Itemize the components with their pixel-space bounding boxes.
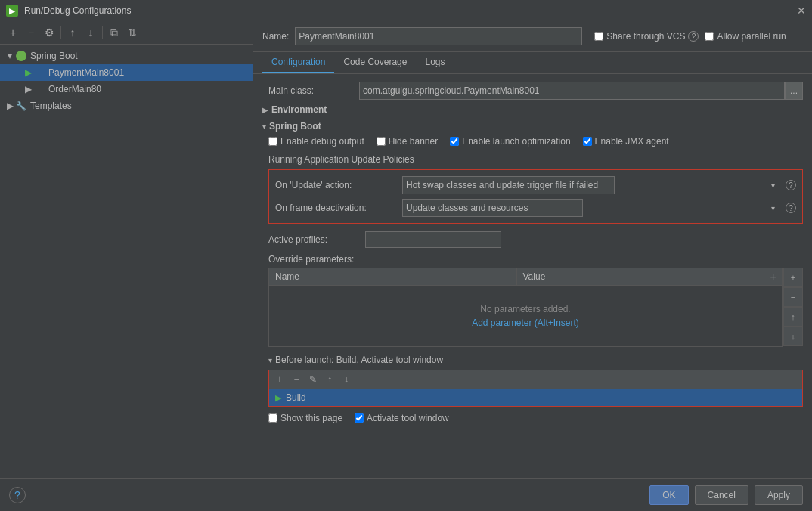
bl-edit-button[interactable]: ✎ <box>305 372 321 387</box>
close-button[interactable]: ✕ <box>797 5 806 17</box>
activate-window-checkbox[interactable]: Activate tool window <box>355 413 449 423</box>
paymentmain-label: PaymentMain8001 <box>48 67 124 78</box>
move-up-button[interactable]: ↑ <box>64 24 81 41</box>
update-action-select[interactable]: Do nothing Update classes and resources … <box>402 176 615 194</box>
main-container: + − ⚙ ↑ ↓ ⧉ ⇅ ▾ Spring Boot <box>0 21 812 511</box>
debug-output-label: Enable debug output <box>280 136 364 147</box>
params-body: No parameters added. Add parameter (Alt+… <box>269 286 782 346</box>
spring-boot-section: ▾ Spring Boot Enable debug output Hide b… <box>262 121 803 224</box>
update-action-select-wrapper: Do nothing Update classes and resources … <box>402 176 779 194</box>
bottom-checkboxes: Show this page Activate tool window <box>262 413 803 423</box>
templates-group-label: Templates <box>30 101 72 111</box>
environment-section-header[interactable]: ▶ Environment <box>262 104 803 115</box>
params-name-header: Name <box>269 268 517 285</box>
share-help-icon[interactable]: ? <box>688 31 699 42</box>
springboot-expand-icon[interactable]: ▾ <box>5 51 15 61</box>
build-label: Build <box>286 392 306 403</box>
tabs-bar: Configuration Code Coverage Logs <box>253 52 812 74</box>
debug-output-checkbox[interactable]: Enable debug output <box>268 136 364 147</box>
frame-deactivation-help-icon[interactable]: ? <box>786 203 796 213</box>
jmx-agent-check[interactable] <box>583 137 592 146</box>
tree-group-springboot[interactable]: ▾ Spring Boot <box>0 48 253 64</box>
parallel-run-checkbox[interactable]: Allow parallel run <box>705 31 786 42</box>
spring-boot-arrow-icon: ▾ <box>262 122 266 131</box>
frame-deactivation-select-wrapper: Do nothing Update classes and resources … <box>402 199 779 217</box>
settings-button[interactable]: ⚙ <box>41 24 57 41</box>
policies-section: Running Application Update Policies On '… <box>262 154 803 224</box>
name-input[interactable] <box>295 27 582 45</box>
launch-optimization-checkbox[interactable]: Enable launch optimization <box>450 136 570 147</box>
before-launch-box: + − ✎ ↑ ↓ ▶ Build <box>268 370 803 407</box>
ok-button[interactable]: OK <box>649 485 688 505</box>
jmx-agent-checkbox[interactable]: Enable JMX agent <box>583 136 669 147</box>
environment-section-title: Environment <box>271 104 327 115</box>
main-class-input[interactable] <box>359 82 785 100</box>
before-launch-item-build[interactable]: ▶ Build <box>269 389 802 406</box>
tree-group-templates[interactable]: ▶ 🔧 Templates <box>0 98 253 114</box>
cancel-button[interactable]: Cancel <box>695 485 748 505</box>
left-panel: + − ⚙ ↑ ↓ ⧉ ⇅ ▾ Spring Boot <box>0 21 253 478</box>
params-side-remove-btn[interactable]: − <box>783 287 803 307</box>
show-page-check[interactable] <box>268 413 277 423</box>
ordermain-run-icon <box>33 83 45 95</box>
params-empty-text: No parameters added. <box>480 304 570 314</box>
launch-optimization-check[interactable] <box>450 137 459 146</box>
main-class-label: Main class: <box>268 85 359 96</box>
params-container: Name Value + No parameters added. Add pa… <box>268 268 803 347</box>
frame-deactivation-row: On frame deactivation: Do nothing Update… <box>275 199 796 217</box>
main-class-browse-button[interactable]: ... <box>785 82 803 100</box>
hide-banner-check[interactable] <box>377 137 386 146</box>
show-page-label: Show this page <box>280 413 342 423</box>
tree-item-ordermain[interactable]: ▶ OrderMain80 <box>0 81 253 98</box>
move-down-button[interactable]: ↓ <box>82 24 99 41</box>
add-config-button[interactable]: + <box>5 24 21 41</box>
apply-button[interactable]: Apply <box>755 485 803 505</box>
params-table-wrapper: Name Value + No parameters added. Add pa… <box>268 268 783 347</box>
share-vcs-check[interactable] <box>594 32 603 41</box>
parallel-run-check[interactable] <box>705 32 714 41</box>
show-page-checkbox[interactable]: Show this page <box>268 413 342 423</box>
active-profiles-input[interactable] <box>365 231 501 248</box>
paymentmain-icon: ▶ <box>23 67 33 78</box>
footer-help-button[interactable]: ? <box>9 487 26 503</box>
params-side-up-btn[interactable]: ↑ <box>783 307 803 327</box>
spring-boot-section-header[interactable]: ▾ Spring Boot <box>262 121 803 132</box>
bl-up-button[interactable]: ↑ <box>322 372 337 387</box>
override-params-section: Override parameters: Name Value + No p <box>262 254 803 347</box>
frame-deactivation-select[interactable]: Do nothing Update classes and resources … <box>402 199 583 217</box>
springboot-group-label: Spring Boot <box>30 51 78 61</box>
params-value-header: Value <box>517 268 764 285</box>
sort-button[interactable]: ⇅ <box>124 24 141 41</box>
environment-arrow-icon: ▶ <box>262 106 268 114</box>
before-launch-header[interactable]: ▾ Before launch: Build, Activate tool wi… <box>268 355 803 365</box>
update-action-help-icon[interactable]: ? <box>786 180 796 190</box>
params-add-link[interactable]: Add parameter (Alt+Insert) <box>472 317 579 328</box>
params-side-buttons: + − ↑ ↓ <box>783 268 803 347</box>
debug-output-check[interactable] <box>268 137 277 146</box>
templates-expand-icon[interactable]: ▶ <box>5 101 15 111</box>
tree-item-paymentmain[interactable]: ▶ PaymentMain8001 <box>0 64 253 81</box>
hide-banner-label: Hide banner <box>389 136 438 147</box>
bl-down-button[interactable]: ↓ <box>339 372 354 387</box>
footer-buttons: OK Cancel Apply <box>649 485 803 505</box>
params-side-down-btn[interactable]: ↓ <box>783 327 803 346</box>
params-add-button[interactable]: + <box>764 268 782 285</box>
copy-button[interactable]: ⧉ <box>106 24 122 41</box>
spring-boot-section-title: Spring Boot <box>269 121 321 132</box>
tab-code-coverage[interactable]: Code Coverage <box>334 52 416 73</box>
remove-config-button[interactable]: − <box>23 24 39 41</box>
share-vcs-checkbox[interactable]: Share through VCS ? <box>594 31 699 42</box>
jmx-agent-label: Enable JMX agent <box>595 136 669 147</box>
update-action-row: On 'Update' action: Do nothing Update cl… <box>275 176 796 194</box>
bl-remove-button[interactable]: − <box>289 372 304 387</box>
left-toolbar: + − ⚙ ↑ ↓ ⧉ ⇅ <box>0 21 253 45</box>
bl-add-button[interactable]: + <box>272 372 287 387</box>
params-side-add-btn[interactable]: + <box>783 268 803 287</box>
hide-banner-checkbox[interactable]: Hide banner <box>377 136 438 147</box>
activate-window-check[interactable] <box>355 413 364 423</box>
tab-configuration[interactable]: Configuration <box>262 52 334 73</box>
tab-logs[interactable]: Logs <box>416 52 454 73</box>
frame-deactivation-label: On frame deactivation: <box>275 203 396 213</box>
ordermain-icon: ▶ <box>23 84 33 94</box>
toolbar-separator-2 <box>102 26 103 39</box>
